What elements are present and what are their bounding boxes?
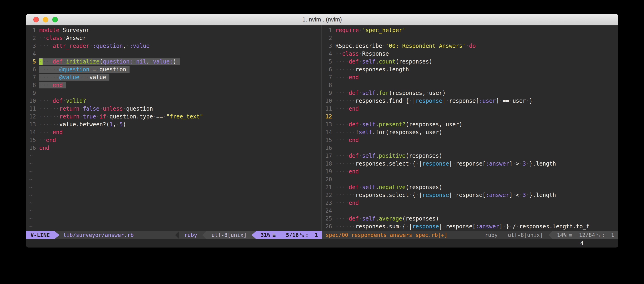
code-line[interactable]: 8····end	[26, 81, 322, 89]
filename-left: lib/surveyor/answer.rb	[60, 231, 175, 239]
code-token: self	[362, 58, 376, 65]
visual-selection: ····def·initialize(question:·nil,·value:…	[39, 58, 180, 65]
code-token: "free_text"	[166, 113, 203, 120]
code-token: end	[46, 137, 56, 143]
position-right: 14% ≡ 12/84 LN : 1	[553, 231, 618, 239]
code-line[interactable]: 10······responses.find·{·|response|·resp…	[322, 97, 618, 105]
code-token: ·	[526, 192, 529, 198]
code-line[interactable]: 6······@question·=·question	[26, 66, 322, 73]
code-line[interactable]: 2··class·Answer	[26, 34, 322, 42]
code-token: ·	[63, 58, 66, 65]
line-number: 10	[322, 97, 332, 105]
code-token: ·	[516, 223, 519, 230]
line-number: 8	[26, 81, 36, 89]
code-line[interactable]: 23····end	[322, 199, 618, 207]
code-line[interactable]: 9	[26, 89, 322, 97]
code-line[interactable]: 25····def·self.average(responses)	[322, 215, 618, 223]
code-line[interactable]: 4	[26, 50, 322, 58]
line-number: 1	[322, 26, 332, 34]
code-token: }	[529, 98, 532, 104]
code-token: ··	[39, 137, 46, 143]
powerline-separator-icon	[252, 231, 256, 239]
code-line[interactable]: 26······responses.sum·{·|response|·respo…	[322, 223, 618, 230]
visual-selection: ······@question·=·question	[39, 66, 130, 73]
code-line[interactable]: 5····def·self.count(responses)	[322, 58, 618, 66]
line-number: 1	[26, 26, 36, 34]
code-line[interactable]: 22······responses.select·{·|response|·re…	[322, 191, 618, 199]
code-token: end	[349, 74, 359, 81]
code-token: module	[39, 27, 60, 33]
line-number: 12	[322, 113, 332, 121]
code-line[interactable]: 15··end	[26, 136, 322, 144]
code-token: ·	[63, 98, 66, 104]
code-token: ·	[96, 66, 99, 73]
line-number: 6	[322, 66, 332, 73]
code-token: response	[412, 223, 439, 230]
code-line[interactable]: 2	[322, 34, 618, 42]
code-token: ·	[422, 129, 426, 136]
code-line[interactable]: 24	[322, 207, 618, 215]
line-number: 8	[322, 81, 332, 89]
lines-icon: ≡	[569, 231, 572, 239]
empty-buffer-line: ~	[26, 168, 322, 175]
statuslines: V-LINE lib/surveyor/answer.rb ruby utf-8…	[26, 231, 618, 239]
code-token: ····	[336, 74, 349, 81]
code-line[interactable]: 1module·Surveyor	[26, 26, 322, 34]
code-line[interactable]: 17····def·self.positive(responses)	[322, 152, 618, 160]
code-token: responses.find	[355, 98, 402, 104]
code-token: (responses,	[389, 90, 426, 96]
code-line[interactable]: 5····def·initialize(question:·nil,·value…	[26, 58, 322, 66]
code-line[interactable]: 18······responses.select·{·|response|·re…	[322, 160, 618, 168]
code-token: :value	[130, 43, 150, 49]
code-token: ····	[39, 129, 53, 136]
code-line[interactable]: 7······@value·=·value	[26, 73, 322, 81]
titlebar[interactable]: 1. nvim . (nvim)	[26, 14, 618, 25]
code-line[interactable]: 3····attr_reader·:question,·:value	[26, 42, 322, 50]
code-line[interactable]: 11······return·false·unless·question	[26, 105, 322, 113]
code-line[interactable]: 10····def·valid?	[26, 97, 322, 105]
code-line[interactable]: 8	[322, 81, 618, 89]
line-number: 13	[322, 121, 332, 128]
code-line[interactable]: 20	[322, 175, 618, 183]
code-line[interactable]: 12	[322, 113, 618, 121]
code-line[interactable]: 21····def·self.negative(responses)	[322, 183, 618, 191]
line-number: 7	[26, 73, 36, 81]
code-token: ·	[86, 74, 89, 81]
tilde-marker: ~	[26, 215, 32, 222]
code-line[interactable]: 4··class·Response	[322, 50, 618, 58]
code-line[interactable]: 9····def·self.for(responses,·user)	[322, 89, 618, 97]
code-line[interactable]: 14····end	[26, 128, 322, 136]
code-line[interactable]: 13····def·self.present?(responses,·user)	[322, 121, 618, 128]
empty-buffer-line: ~	[26, 183, 322, 191]
code-token: ]	[509, 192, 512, 198]
code-token: ······	[336, 66, 356, 73]
code-token: ····	[336, 121, 349, 128]
code-token: ·	[359, 58, 362, 65]
code-line[interactable]: 16end	[26, 144, 322, 152]
code-line[interactable]: 16	[322, 144, 618, 152]
code-line[interactable]: 12······return·true·if·question.type·==·…	[26, 113, 322, 121]
code-token: (	[100, 58, 103, 65]
code-token: ]	[496, 98, 499, 104]
code-token: ·	[409, 160, 412, 167]
code-line[interactable]: 15····end	[322, 136, 618, 144]
code-line[interactable]: 13······value.between?(1,·5)	[26, 121, 322, 128]
code-line[interactable]: 19····end	[322, 168, 618, 175]
tilde-marker: ~	[26, 200, 32, 206]
code-token: self	[362, 121, 376, 128]
code-token: ·	[116, 121, 119, 128]
code-line[interactable]: 7····end	[322, 73, 618, 81]
colon-separator: :	[602, 231, 605, 239]
code-token: :answer	[486, 160, 509, 167]
code-token: =	[93, 66, 96, 73]
code-line[interactable]: 11····end	[322, 105, 618, 113]
code-line[interactable]: 1require·'spec_helper'	[322, 26, 618, 34]
code-line[interactable]: 14······!self.for(responses,·user)	[322, 128, 618, 136]
code-token: }.length	[529, 160, 556, 167]
code-token: ]	[509, 160, 512, 167]
code-token: ······	[39, 121, 60, 128]
empty-buffer-line: ~	[26, 152, 322, 160]
code-token: class	[46, 35, 63, 41]
code-line[interactable]: 3RSpec.describe·'00: Respondent Answers'…	[322, 42, 618, 50]
code-line[interactable]: 6······responses.length	[322, 66, 618, 73]
